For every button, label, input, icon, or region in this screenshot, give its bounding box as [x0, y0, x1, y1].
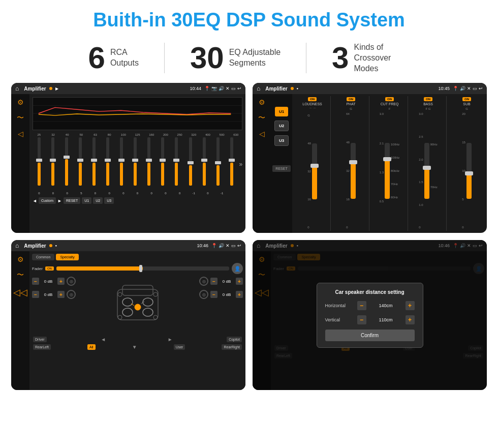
eq-u1-button[interactable]: U1	[82, 197, 91, 204]
eq-next-button[interactable]: ►	[57, 198, 62, 203]
eq-slider-9[interactable]	[143, 137, 155, 191]
db-minus-2[interactable]: −	[32, 291, 39, 298]
rearleft-label[interactable]: RearLeft	[33, 344, 51, 350]
eq-slider-10[interactable]	[157, 137, 169, 191]
all-label[interactable]: All	[87, 344, 96, 350]
fader-slider[interactable]	[56, 266, 229, 271]
speaker-sidebar-wave-icon[interactable]: 〜	[17, 271, 24, 280]
phat-panel: ON PHAT G 644832160	[333, 96, 369, 231]
bass-on-badge[interactable]: ON	[424, 97, 432, 101]
amp-reset-button[interactable]: RESET	[272, 165, 290, 172]
dialog-overlay: Car speaker distance setting Horizontal …	[253, 240, 487, 390]
amp-sidebar-wave-icon[interactable]: 〜	[258, 113, 265, 123]
db-minus-4[interactable]: −	[210, 291, 217, 298]
user-label[interactable]: User	[174, 344, 185, 350]
u1-button[interactable]: U1	[275, 107, 288, 116]
common-tab[interactable]: Common	[32, 254, 54, 260]
rearright-label[interactable]: RearRight	[222, 344, 242, 350]
loudness-curve-btn-1[interactable]: ⌒	[309, 107, 312, 112]
amp-sidebar-eq-icon[interactable]: ⚙	[259, 98, 265, 106]
loudness-slider[interactable]: G4832160	[295, 113, 329, 230]
home-icon-2[interactable]: ⌂	[257, 85, 260, 92]
speaker-sidebar-eq-icon[interactable]: ⚙	[17, 255, 24, 263]
confirm-button[interactable]: Confirm	[325, 330, 415, 341]
profile-icon[interactable]: 👤	[232, 263, 243, 274]
eq-slider-7[interactable]	[115, 137, 128, 191]
eq-slider-11[interactable]	[170, 137, 183, 191]
eq-slider-13[interactable]	[198, 137, 210, 191]
eq-bottom-bar: ◄ Custom ► RESET U1 U2 U3	[33, 197, 242, 204]
eq-slider-1[interactable]	[33, 137, 45, 191]
stat-number-rca: 6	[88, 43, 105, 73]
eq-slider-3[interactable]	[60, 137, 73, 191]
eq-slider-12[interactable]	[184, 137, 197, 191]
eq-slider-2[interactable]	[46, 137, 59, 191]
dot-icon-2b: ●	[297, 87, 299, 90]
sub-on-badge[interactable]: ON	[462, 97, 471, 101]
bass-slider[interactable]: 3.02.52.01.51.00 90Hz70Hz	[411, 111, 445, 230]
eq-u2-button[interactable]: U2	[93, 197, 103, 204]
eq-slider-5[interactable]	[87, 137, 100, 191]
eq-prev-button[interactable]: ◄	[33, 198, 37, 203]
loudness-label: LOUDNESS	[302, 102, 322, 106]
vertical-minus-button[interactable]: −	[357, 315, 366, 324]
speaker-circle-1: ◎	[67, 277, 76, 286]
dialog-screen-card: ⌂ Amplifier ● 10:46 📍 🔊 ✕ ▭ ↩ ⚙ 〜 ◁◁ C	[253, 240, 487, 390]
eq-reset-button[interactable]: RESET	[64, 197, 80, 204]
db-plus-3[interactable]: +	[236, 278, 243, 285]
eq-screen-content: ⚙ 〜 ◁	[11, 94, 245, 233]
x-icon-3: ✕	[226, 243, 230, 248]
eq-sidebar-wave-icon[interactable]: 〜	[17, 113, 24, 123]
eq-expand-icon[interactable]: »	[239, 161, 242, 168]
db-plus-4[interactable]: +	[236, 291, 243, 298]
back-icon-2[interactable]: ↩	[479, 86, 483, 91]
amp-sidebar: ⚙ 〜 ◁	[253, 94, 271, 233]
eq-slider-8[interactable]	[129, 137, 142, 191]
home-icon-3[interactable]: ⌂	[15, 242, 19, 249]
cutfreq-slider[interactable]: 3.02.11.30.5 100Hz100Hz80kHz70Hz60Hz	[372, 111, 407, 230]
eq-sidebar-speaker-icon[interactable]: ◁	[18, 130, 23, 138]
arrow-left[interactable]: ◄	[93, 337, 113, 342]
db-minus-1[interactable]: −	[32, 278, 39, 285]
arrow-down[interactable]: ▼	[132, 344, 137, 350]
phat-on-badge[interactable]: ON	[347, 97, 355, 101]
back-icon-3[interactable]: ↩	[237, 243, 241, 248]
home-icon-1[interactable]: ⌂	[15, 85, 19, 92]
eq-screen-card: ⌂ Amplifier ▶ 10:44 📍 📷 🔊 ✕ ▭ ↩ ⚙ 〜 ◁	[11, 83, 245, 233]
loudness-on-badge[interactable]: ON	[308, 97, 317, 101]
arrow-right[interactable]: ►	[160, 337, 180, 342]
copilot-label[interactable]: Copilot	[227, 337, 242, 342]
phat-slider[interactable]: 644832160	[334, 111, 368, 230]
u3-button[interactable]: U3	[274, 135, 289, 146]
distance-dialog: Car speaker distance setting Horizontal …	[317, 283, 423, 348]
db-plus-1[interactable]: +	[57, 278, 65, 285]
horizontal-plus-button[interactable]: +	[406, 301, 415, 310]
eq-u3-button[interactable]: U3	[104, 197, 114, 204]
vertical-plus-button[interactable]: +	[406, 315, 415, 324]
back-icon-1[interactable]: ↩	[237, 86, 241, 91]
amp-sidebar-speaker-icon[interactable]: ◁	[259, 130, 265, 138]
sub-slider[interactable]: 20151050	[450, 111, 484, 230]
eq-slider-6[interactable]	[101, 137, 114, 191]
db-plus-2[interactable]: +	[57, 291, 65, 298]
eq-slider-4[interactable]	[74, 137, 86, 191]
cutfreq-on-badge[interactable]: ON	[385, 97, 394, 101]
driver-label[interactable]: Driver	[33, 337, 47, 342]
eq-slider-14[interactable]	[211, 137, 224, 191]
speaker-sidebar-speaker-icon[interactable]: ◁◁	[13, 287, 27, 298]
speaker-tab-bar: Common Specialty	[32, 254, 243, 260]
eq-sidebar-eq-icon[interactable]: ⚙	[17, 98, 24, 106]
bass-label: BASS	[423, 102, 433, 106]
eq-slider-15[interactable]	[225, 137, 238, 191]
specialty-tab[interactable]: Specialty	[56, 254, 78, 260]
status-icons-2: 📍 🔊 ✕ ▭ ↩	[453, 86, 483, 91]
eq-custom-button[interactable]: Custom	[39, 197, 56, 204]
stats-row: 6 RCAOutputs 30 EQ AdjustableSegments 3 …	[0, 37, 498, 83]
fader-on-badge[interactable]: ON	[45, 266, 54, 271]
u2-button[interactable]: U2	[274, 121, 289, 131]
db-minus-3[interactable]: −	[210, 278, 217, 285]
fader-label: Fader	[32, 266, 43, 271]
loudness-curve-btn-2[interactable]: ⌒	[313, 107, 316, 112]
horizontal-minus-button[interactable]: −	[357, 301, 366, 310]
svg-point-9	[143, 308, 153, 316]
